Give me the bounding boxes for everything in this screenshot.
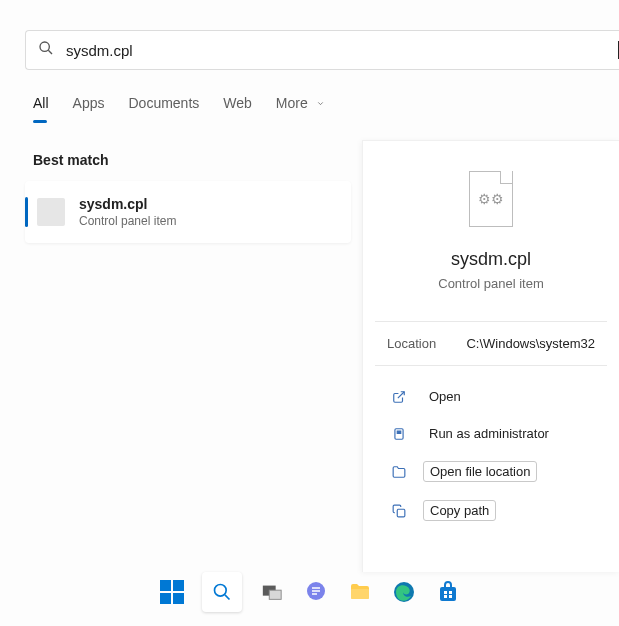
taskbar-store[interactable] bbox=[434, 578, 462, 606]
svg-rect-13 bbox=[440, 587, 456, 601]
tab-more[interactable]: More bbox=[276, 95, 325, 119]
result-title: sysdm.cpl bbox=[79, 196, 176, 212]
details-subtitle: Control panel item bbox=[438, 276, 544, 291]
svg-rect-17 bbox=[449, 595, 452, 598]
location-row: Location C:\Windows\system32 bbox=[363, 322, 619, 365]
gears-icon: ⚙⚙ bbox=[478, 194, 504, 204]
svg-line-2 bbox=[398, 391, 404, 397]
svg-point-6 bbox=[214, 585, 226, 597]
taskbar-edge[interactable] bbox=[390, 578, 418, 606]
action-open-label: Open bbox=[423, 387, 467, 406]
action-copy-path[interactable]: Copy path bbox=[387, 493, 595, 528]
action-run-admin[interactable]: Run as administrator bbox=[387, 417, 595, 450]
taskbar bbox=[0, 568, 619, 616]
result-subtitle: Control panel item bbox=[79, 214, 176, 228]
details-title: sysdm.cpl bbox=[451, 249, 531, 270]
store-icon bbox=[436, 580, 460, 604]
search-input[interactable]: sysdm.cpl bbox=[66, 42, 619, 59]
location-value: C:\Windows\system32 bbox=[466, 336, 595, 351]
chat-icon bbox=[304, 580, 328, 604]
svg-rect-15 bbox=[449, 591, 452, 594]
result-text: sysdm.cpl Control panel item bbox=[79, 196, 176, 228]
action-run-admin-label: Run as administrator bbox=[423, 424, 555, 443]
chevron-down-icon bbox=[316, 95, 325, 111]
edge-icon bbox=[392, 580, 416, 604]
folder-icon bbox=[348, 580, 372, 604]
file-icon: ⚙⚙ bbox=[469, 171, 513, 227]
details-header: ⚙⚙ sysdm.cpl Control panel item bbox=[363, 141, 619, 291]
section-best-match: Best match bbox=[33, 152, 108, 168]
folder-icon bbox=[391, 465, 407, 479]
action-open-location-label: Open file location bbox=[423, 461, 537, 482]
tab-apps[interactable]: Apps bbox=[73, 95, 105, 119]
filter-tabs: All Apps Documents Web More bbox=[33, 95, 325, 119]
svg-rect-4 bbox=[397, 431, 401, 433]
tab-web[interactable]: Web bbox=[223, 95, 252, 119]
search-icon bbox=[38, 40, 54, 60]
action-copy-path-label: Copy path bbox=[423, 500, 496, 521]
svg-point-0 bbox=[40, 42, 49, 51]
taskbar-explorer[interactable] bbox=[346, 578, 374, 606]
svg-line-1 bbox=[48, 50, 52, 54]
windows-logo-icon bbox=[160, 580, 184, 604]
taskbar-chat[interactable] bbox=[302, 578, 330, 606]
taskbar-start[interactable] bbox=[158, 578, 186, 606]
details-panel: ⚙⚙ sysdm.cpl Control panel item Location… bbox=[362, 140, 619, 572]
taskview-icon bbox=[261, 581, 283, 603]
svg-rect-14 bbox=[444, 591, 447, 594]
taskbar-taskview[interactable] bbox=[258, 578, 286, 606]
tab-documents[interactable]: Documents bbox=[128, 95, 199, 119]
svg-rect-16 bbox=[444, 595, 447, 598]
location-label: Location bbox=[387, 336, 436, 351]
result-file-icon bbox=[37, 198, 65, 226]
taskbar-search[interactable] bbox=[202, 572, 242, 612]
action-open-location[interactable]: Open file location bbox=[387, 454, 595, 489]
svg-line-7 bbox=[224, 595, 229, 600]
action-open[interactable]: Open bbox=[387, 380, 595, 413]
svg-rect-9 bbox=[269, 590, 281, 599]
result-item[interactable]: sysdm.cpl Control panel item bbox=[25, 181, 351, 243]
svg-rect-5 bbox=[397, 509, 405, 517]
tab-all[interactable]: All bbox=[33, 95, 49, 119]
svg-rect-11 bbox=[351, 589, 369, 599]
open-icon bbox=[391, 390, 407, 404]
actions-list: Open Run as administrator Open file loca… bbox=[363, 366, 619, 528]
search-box[interactable]: sysdm.cpl bbox=[25, 30, 619, 70]
tab-more-label: More bbox=[276, 95, 308, 111]
search-icon bbox=[212, 582, 232, 602]
copy-icon bbox=[391, 504, 407, 518]
shield-icon bbox=[391, 427, 407, 441]
